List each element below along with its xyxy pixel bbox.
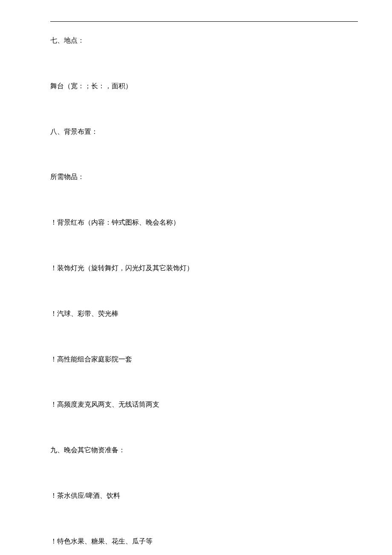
- item-snacks: ！特色水果、糖果、花生、瓜子等: [50, 535, 358, 548]
- required-items-header: 所需物品：: [50, 171, 358, 183]
- text-line: ！高性能组合家庭影院一套: [50, 356, 132, 363]
- text-line: ！高频度麦克风两支、无线话筒两支: [50, 401, 159, 408]
- text-line: 七、地点：: [50, 37, 84, 44]
- item-home-theater: ！高性能组合家庭影院一套: [50, 353, 358, 366]
- section-nine-other-supplies: 九、晚会其它物资准备：: [50, 444, 358, 457]
- text-line: 九、晚会其它物资准备：: [50, 446, 125, 454]
- item-beverages: ！茶水供应/啤酒、饮料: [50, 490, 358, 502]
- stage-dimensions: 舞台（宽：；长：，面积）: [50, 80, 358, 92]
- text-line: ！汽球、彩带、荧光棒: [50, 310, 118, 317]
- item-decorative-lights: ！装饰灯光（旋转舞灯，闪光灯及其它装饰灯）: [50, 262, 358, 275]
- text-line: 所需物品：: [50, 173, 84, 180]
- page-container: 七、地点： 舞台（宽：；长：，面积） 八、背景布置： 所需物品： ！背景红布（内…: [0, 0, 392, 555]
- item-microphones: ！高频度麦克风两支、无线话筒两支: [50, 399, 358, 411]
- text-line: ！装饰灯光（旋转舞灯，闪光灯及其它装饰灯）: [50, 264, 193, 272]
- header-divider: [50, 21, 358, 22]
- section-eight-background: 八、背景布置：: [50, 126, 358, 138]
- text-line: 舞台（宽：；长：，面积）: [50, 82, 132, 90]
- text-line: 八、背景布置：: [50, 128, 98, 135]
- section-seven-location: 七、地点：: [50, 35, 358, 47]
- text-line: ！特色水果、糖果、花生、瓜子等: [50, 538, 153, 545]
- item-balloons-ribbons: ！汽球、彩带、荧光棒: [50, 308, 358, 320]
- text-line: ！背景红布（内容：钟式图标、晚会名称）: [50, 219, 180, 226]
- item-background-cloth: ！背景红布（内容：钟式图标、晚会名称）: [50, 217, 358, 229]
- text-line: ！茶水供应/啤酒、饮料: [50, 492, 120, 499]
